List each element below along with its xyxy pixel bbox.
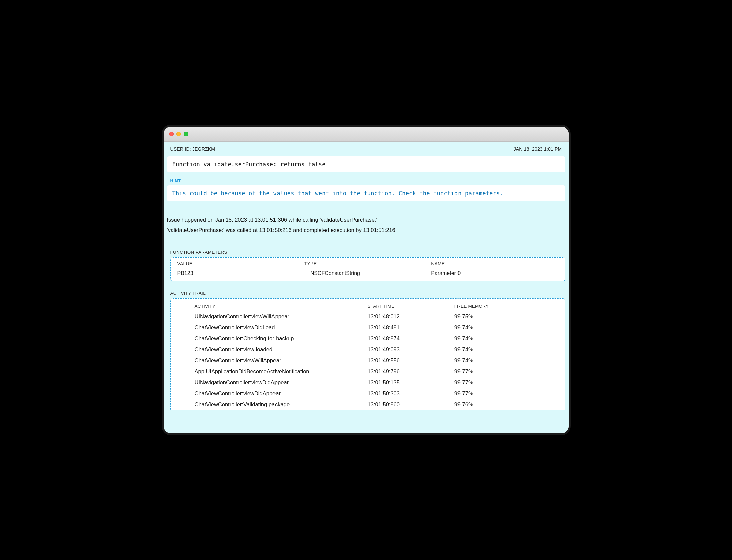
user-id: USER ID: JEGRZKM <box>170 146 215 152</box>
trail-cell-activity: ChatViewController:viewWillAppear <box>195 357 368 364</box>
trail-header-mem: FREE MEMORY <box>454 304 558 309</box>
hint-box: This could be because of the values that… <box>167 185 565 201</box>
trail-cell-activity: UINavigationController:viewDidAppear <box>195 379 368 386</box>
trail-cell-mem: 99.77% <box>454 390 558 397</box>
trail-cell-activity: ChatViewController:Checking for backup <box>195 335 368 342</box>
params-header-type: TYPE <box>304 261 431 266</box>
trail-row: ChatViewController:viewWillAppear13:01:4… <box>171 355 565 366</box>
content-pane: USER ID: JEGRZKM JAN 18, 2023 1:01 PM Fu… <box>164 142 569 433</box>
page-header: USER ID: JEGRZKM JAN 18, 2023 1:01 PM <box>164 142 569 155</box>
trail-row: ChatViewController:viewDidLoad13:01:48:4… <box>171 322 565 333</box>
function-parameters-label: FUNCTION PARAMETERS <box>164 248 569 257</box>
page-timestamp: JAN 18, 2023 1:01 PM <box>514 146 562 152</box>
activity-trail-label: ACTIVITY TRAIL <box>164 289 569 298</box>
trail-cell-mem: 99.77% <box>454 379 558 386</box>
trail-cell-start: 13:01:50:135 <box>368 379 454 386</box>
trail-cell-activity: ChatViewController:view loaded <box>195 346 368 353</box>
trail-header-row: ACTIVITY START TIME FREE MEMORY <box>171 301 565 311</box>
trail-cell-start: 13:01:50:303 <box>368 390 454 397</box>
minimize-icon[interactable] <box>176 132 181 136</box>
trail-cell-start: 13:01:49:556 <box>368 357 454 364</box>
trail-row: App:UIApplicationDidBecomeActiveNotifica… <box>171 366 565 377</box>
issue-line-1: Issue happened on Jan 18, 2023 at 13:01:… <box>167 215 562 225</box>
trail-cell-activity: ChatViewController:viewDidLoad <box>195 324 368 331</box>
user-id-value: JEGRZKM <box>192 146 215 152</box>
params-header-name: NAME <box>431 261 558 266</box>
issue-description: Issue happened on Jan 18, 2023 at 13:01:… <box>164 209 569 248</box>
params-cell-name: Parameter 0 <box>431 270 558 276</box>
trail-cell-start: 13:01:48:481 <box>368 324 454 331</box>
trail-row: ChatViewController:view loaded13:01:49:0… <box>171 344 565 355</box>
function-result-box: Function validateUserPurchase: returns f… <box>167 156 565 172</box>
trail-row: UINavigationController:viewDidAppear13:0… <box>171 377 565 388</box>
trail-row: UINavigationController:viewWillAppear13:… <box>171 311 565 322</box>
params-row: PB123__NSCFConstantStringParameter 0 <box>171 268 565 278</box>
trail-cell-mem: 99.74% <box>454 346 558 353</box>
params-header-row: VALUE TYPE NAME <box>171 260 565 268</box>
trail-cell-mem: 99.74% <box>454 335 558 342</box>
trail-cell-mem: 99.74% <box>454 324 558 331</box>
user-id-label: USER ID: <box>170 146 191 152</box>
trail-row: ChatViewController:Checking for backup13… <box>171 333 565 344</box>
trail-cell-mem: 99.76% <box>454 401 558 408</box>
close-icon[interactable] <box>169 132 174 136</box>
hint-label: HINT <box>164 176 569 185</box>
trail-cell-start: 13:01:49:796 <box>368 368 454 375</box>
trail-cell-mem: 99.74% <box>454 357 558 364</box>
trail-cell-mem: 99.77% <box>454 368 558 375</box>
window-titlebar <box>164 127 569 142</box>
trail-cell-start: 13:01:48:012 <box>368 313 454 320</box>
function-parameters-table: VALUE TYPE NAME PB123__NSCFConstantStrin… <box>170 257 565 281</box>
trail-cell-start: 13:01:48:874 <box>368 335 454 342</box>
device-frame: USER ID: JEGRZKM JAN 18, 2023 1:01 PM Fu… <box>162 125 571 435</box>
trail-cell-activity: ChatViewController:viewDidAppear <box>195 390 368 397</box>
trail-row: ChatViewController:Validating package13:… <box>171 399 565 410</box>
params-header-value: VALUE <box>177 261 304 266</box>
params-cell-type: __NSCFConstantString <box>304 270 431 276</box>
maximize-icon[interactable] <box>184 132 188 136</box>
trail-cell-mem: 99.75% <box>454 313 558 320</box>
trail-cell-start: 13:01:50:860 <box>368 401 454 408</box>
trail-cell-activity: App:UIApplicationDidBecomeActiveNotifica… <box>195 368 368 375</box>
trail-cell-start: 13:01:49:093 <box>368 346 454 353</box>
params-cell-value: PB123 <box>177 270 304 276</box>
trail-header-start: START TIME <box>368 304 454 309</box>
activity-trail-table: ACTIVITY START TIME FREE MEMORY UINaviga… <box>170 298 565 410</box>
issue-line-2: 'validateUserPurchase:' was called at 13… <box>167 225 562 235</box>
trail-cell-activity: ChatViewController:Validating package <box>195 401 368 408</box>
trail-header-activity: ACTIVITY <box>195 304 368 309</box>
trail-row: ChatViewController:viewDidAppear13:01:50… <box>171 388 565 399</box>
trail-cell-activity: UINavigationController:viewWillAppear <box>195 313 368 320</box>
